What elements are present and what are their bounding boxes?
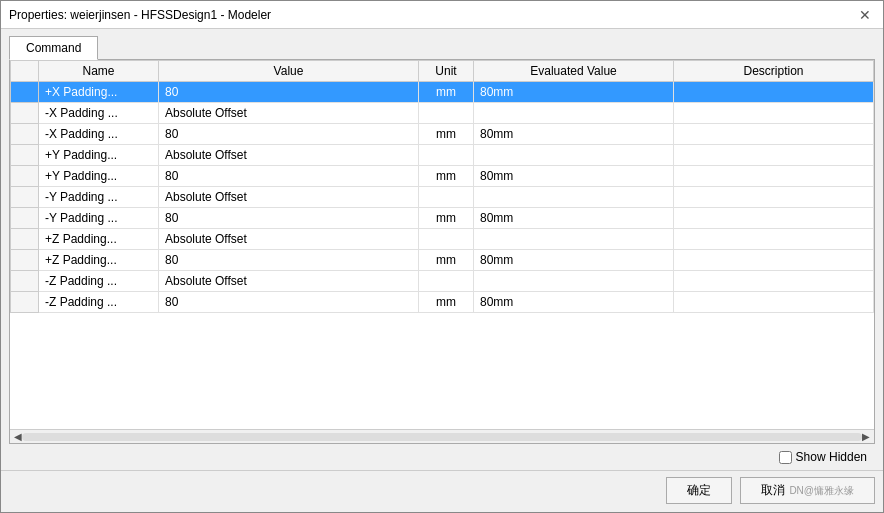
row-evaluated bbox=[474, 187, 674, 208]
row-index bbox=[11, 166, 39, 187]
row-name: -Z Padding ... bbox=[39, 292, 159, 313]
col-header-name: Name bbox=[39, 61, 159, 82]
tab-bar: Command bbox=[9, 35, 875, 59]
row-name: -Y Padding ... bbox=[39, 187, 159, 208]
row-unit bbox=[419, 229, 474, 250]
row-value: 80 bbox=[159, 250, 419, 271]
row-name: +Z Padding... bbox=[39, 229, 159, 250]
row-evaluated: 80mm bbox=[474, 292, 674, 313]
row-name: +Y Padding... bbox=[39, 166, 159, 187]
window-title: Properties: weierjinsen - HFSSDesign1 - … bbox=[9, 8, 271, 22]
cancel-label: 取消 bbox=[761, 483, 785, 497]
col-header-evaluated: Evaluated Value bbox=[474, 61, 674, 82]
row-value: 80 bbox=[159, 124, 419, 145]
row-index bbox=[11, 124, 39, 145]
row-unit: mm bbox=[419, 292, 474, 313]
row-description bbox=[674, 208, 874, 229]
watermark: DN@慵雅永缘 bbox=[789, 485, 854, 496]
row-name: +X Padding... bbox=[39, 82, 159, 103]
row-name: -Z Padding ... bbox=[39, 271, 159, 292]
row-index bbox=[11, 208, 39, 229]
col-header-description: Description bbox=[674, 61, 874, 82]
command-tab[interactable]: Command bbox=[9, 36, 98, 60]
col-header-value: Value bbox=[159, 61, 419, 82]
row-name: +Z Padding... bbox=[39, 250, 159, 271]
row-description bbox=[674, 250, 874, 271]
row-description bbox=[674, 82, 874, 103]
row-value: Absolute Offset bbox=[159, 271, 419, 292]
row-evaluated bbox=[474, 271, 674, 292]
row-index bbox=[11, 271, 39, 292]
row-value: 80 bbox=[159, 82, 419, 103]
row-description bbox=[674, 229, 874, 250]
row-evaluated: 80mm bbox=[474, 82, 674, 103]
row-evaluated bbox=[474, 103, 674, 124]
row-description bbox=[674, 271, 874, 292]
row-index bbox=[11, 292, 39, 313]
confirm-button[interactable]: 确定 bbox=[666, 477, 732, 504]
content-area: Command Name Value Unit Evaluated Value … bbox=[1, 29, 883, 470]
row-unit: mm bbox=[419, 166, 474, 187]
row-description bbox=[674, 166, 874, 187]
row-value: 80 bbox=[159, 166, 419, 187]
cancel-button[interactable]: 取消DN@慵雅永缘 bbox=[740, 477, 875, 504]
bottom-buttons: 确定 取消DN@慵雅永缘 bbox=[1, 470, 883, 512]
row-value: Absolute Offset bbox=[159, 103, 419, 124]
row-value: Absolute Offset bbox=[159, 187, 419, 208]
row-evaluated: 80mm bbox=[474, 166, 674, 187]
row-value: 80 bbox=[159, 292, 419, 313]
scroll-left-arrow[interactable]: ◀ bbox=[14, 431, 22, 442]
row-name: +Y Padding... bbox=[39, 145, 159, 166]
title-bar: Properties: weierjinsen - HFSSDesign1 - … bbox=[1, 1, 883, 29]
row-index bbox=[11, 103, 39, 124]
row-unit bbox=[419, 271, 474, 292]
row-index bbox=[11, 229, 39, 250]
row-unit bbox=[419, 187, 474, 208]
col-header-unit: Unit bbox=[419, 61, 474, 82]
h-scroll-track bbox=[22, 433, 862, 441]
scroll-right-arrow[interactable]: ▶ bbox=[862, 431, 870, 442]
row-evaluated: 80mm bbox=[474, 124, 674, 145]
row-evaluated bbox=[474, 229, 674, 250]
row-unit: mm bbox=[419, 208, 474, 229]
table-container: Name Value Unit Evaluated Value Descript… bbox=[9, 59, 875, 444]
horizontal-scrollbar[interactable]: ◀ ▶ bbox=[10, 429, 874, 443]
table-row[interactable]: -Z Padding ...80mm80mm bbox=[11, 292, 874, 313]
table-row[interactable]: -X Padding ...80mm80mm bbox=[11, 124, 874, 145]
row-name: -X Padding ... bbox=[39, 124, 159, 145]
table-row[interactable]: +X Padding...80mm80mm bbox=[11, 82, 874, 103]
table-row[interactable]: -Y Padding ...80mm80mm bbox=[11, 208, 874, 229]
row-unit: mm bbox=[419, 124, 474, 145]
show-hidden-label[interactable]: Show Hidden bbox=[779, 450, 867, 464]
row-evaluated: 80mm bbox=[474, 208, 674, 229]
show-hidden-checkbox[interactable] bbox=[779, 451, 792, 464]
row-unit bbox=[419, 103, 474, 124]
table-row[interactable]: +Z Padding...80mm80mm bbox=[11, 250, 874, 271]
row-unit: mm bbox=[419, 82, 474, 103]
row-evaluated bbox=[474, 145, 674, 166]
table-row[interactable]: +Z Padding...Absolute Offset bbox=[11, 229, 874, 250]
row-unit bbox=[419, 145, 474, 166]
show-hidden-text: Show Hidden bbox=[796, 450, 867, 464]
main-window: Properties: weierjinsen - HFSSDesign1 - … bbox=[0, 0, 884, 513]
table-row[interactable]: -X Padding ...Absolute Offset bbox=[11, 103, 874, 124]
table-row[interactable]: -Z Padding ...Absolute Offset bbox=[11, 271, 874, 292]
row-description bbox=[674, 124, 874, 145]
row-name: -Y Padding ... bbox=[39, 208, 159, 229]
col-header-index bbox=[11, 61, 39, 82]
close-button[interactable]: ✕ bbox=[855, 7, 875, 23]
row-value: 80 bbox=[159, 208, 419, 229]
row-index bbox=[11, 250, 39, 271]
row-evaluated: 80mm bbox=[474, 250, 674, 271]
row-value: Absolute Offset bbox=[159, 229, 419, 250]
properties-table: Name Value Unit Evaluated Value Descript… bbox=[10, 60, 874, 313]
row-description bbox=[674, 292, 874, 313]
row-value: Absolute Offset bbox=[159, 145, 419, 166]
row-unit: mm bbox=[419, 250, 474, 271]
table-scroll[interactable]: Name Value Unit Evaluated Value Descript… bbox=[10, 60, 874, 429]
table-row[interactable]: -Y Padding ...Absolute Offset bbox=[11, 187, 874, 208]
table-row[interactable]: +Y Padding...Absolute Offset bbox=[11, 145, 874, 166]
table-row[interactable]: +Y Padding...80mm80mm bbox=[11, 166, 874, 187]
row-description bbox=[674, 145, 874, 166]
row-description bbox=[674, 187, 874, 208]
